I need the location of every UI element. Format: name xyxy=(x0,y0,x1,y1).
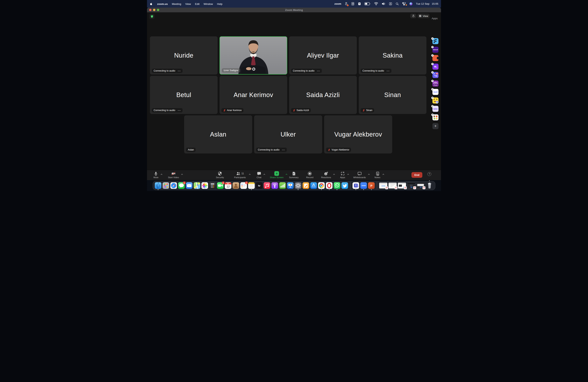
participant-tile-anar-kerimov[interactable]: Anar KerimovAnar Kerimov xyxy=(220,76,287,114)
rail-app-sendsteps-icon[interactable]: + xyxy=(432,38,439,44)
dock-minimized-window-dark[interactable]: O xyxy=(407,183,415,189)
chevron-up-icon[interactable] xyxy=(368,173,370,176)
dock-tv-icon[interactable]: tv xyxy=(256,182,262,189)
menu-item-zoomus[interactable]: zoom.us xyxy=(157,2,168,5)
dock-calendar-icon[interactable]: SEP12 xyxy=(225,182,231,189)
input-source-icon[interactable] xyxy=(389,2,392,6)
record-button[interactable]: Record xyxy=(306,171,313,179)
text-tool-icon[interactable] xyxy=(358,2,361,6)
participant-tile-nuride[interactable]: NurideConnecting to audio··· xyxy=(150,36,218,74)
chevron-up-icon[interactable] xyxy=(285,173,288,176)
wifi-icon[interactable] xyxy=(374,2,378,6)
video-button[interactable]: Start Video xyxy=(168,171,179,179)
chevron-up-icon[interactable] xyxy=(382,173,384,176)
dock-minimized-window-dark2[interactable]: O xyxy=(417,183,425,189)
menu-zoom-label[interactable]: zoom xyxy=(335,2,341,5)
reactions-button[interactable]: Reactions xyxy=(321,171,331,179)
rail-app-ai-companion-icon[interactable]: +AI xyxy=(432,72,439,78)
screen-mirroring-icon[interactable] xyxy=(345,2,348,6)
help-button[interactable]: ? xyxy=(427,172,431,176)
dock-facetime-icon[interactable]: 6 xyxy=(217,182,224,189)
dock-whatsapp-icon[interactable] xyxy=(334,182,340,189)
security-button[interactable]: Security xyxy=(216,171,224,179)
menu-clock[interactable]: Tue 12 Sep15:05 xyxy=(416,2,438,5)
dock-numbers-icon[interactable] xyxy=(279,182,286,189)
add-apps-button[interactable]: + xyxy=(432,123,439,129)
participant-label[interactable]: Saida Azizli xyxy=(291,108,311,112)
chevron-up-icon[interactable] xyxy=(347,173,349,176)
dock-launchpad-icon[interactable] xyxy=(163,182,169,189)
participant-label[interactable]: Aslan xyxy=(186,148,196,152)
chat-button[interactable]: Chat xyxy=(257,171,261,179)
dock-minimized-window-light[interactable]: zoomO xyxy=(379,183,387,189)
chevron-up-icon[interactable] xyxy=(181,173,183,176)
rail-app-prezi-icon[interactable]: +Prezi xyxy=(432,81,439,86)
dock-powerpoint-icon[interactable]: P xyxy=(368,182,375,189)
dock-contacts-icon[interactable] xyxy=(232,182,239,189)
notes-button[interactable]: Notes xyxy=(375,171,380,179)
participant-label[interactable]: Connecting to audio··· xyxy=(291,69,322,73)
dock-keynote-icon[interactable] xyxy=(287,182,294,189)
dock-calculator-icon[interactable] xyxy=(209,182,216,189)
rail-app-welo-icon[interactable]: + xyxy=(432,114,439,120)
chevron-up-icon[interactable] xyxy=(160,173,163,176)
end-meeting-button[interactable]: End xyxy=(411,172,422,178)
dock-settings-icon[interactable] xyxy=(295,182,301,189)
participant-label[interactable]: Connecting to audio··· xyxy=(256,148,287,152)
participant-tile-aslan[interactable]: AslanAslan xyxy=(184,115,252,153)
siri-icon[interactable] xyxy=(409,2,413,6)
dock-minimized-window-light2[interactable]: O xyxy=(388,183,397,189)
participant-tile-saida-azizli[interactable]: Saida AzizliSaida Azizli xyxy=(289,76,357,114)
share-button[interactable]: Share Screen xyxy=(270,171,284,179)
participant-tile-betul[interactable]: BetulConnecting to audio··· xyxy=(150,76,218,114)
tile-more-options-icon[interactable]: ··· xyxy=(317,69,320,72)
chevron-up-icon[interactable] xyxy=(249,173,251,176)
dock-music-icon[interactable] xyxy=(264,182,270,189)
chevron-up-icon[interactable] xyxy=(263,173,265,176)
participant-tile-izmir-sadigov[interactable]: Izmir Sadigov xyxy=(220,36,287,74)
dock-photos-icon[interactable] xyxy=(201,182,208,189)
dock-appstore-icon[interactable] xyxy=(310,182,317,189)
menu-item-view[interactable]: View xyxy=(185,2,191,5)
participant-tile-sakina[interactable]: SakinaConnecting to audio··· xyxy=(359,36,426,74)
menu-item-meeting[interactable]: Meeting xyxy=(172,2,181,5)
rail-app-funtivity-icon[interactable]: + xyxy=(432,97,439,104)
dock-safari-icon[interactable] xyxy=(170,182,177,189)
participant-label[interactable]: Vugar Alekberov xyxy=(326,148,351,152)
apple-menu-icon[interactable] xyxy=(150,2,153,6)
dock-pages-icon[interactable] xyxy=(303,182,309,189)
rail-app-sesh-icon[interactable]: +Sesh xyxy=(432,89,439,95)
chevron-up-icon[interactable] xyxy=(333,173,335,176)
participants-button[interactable]: 11Participants xyxy=(234,171,246,179)
menu-item-help[interactable]: Help xyxy=(217,2,222,5)
dock-notes-app-icon[interactable] xyxy=(248,182,255,189)
summary-button[interactable]: Summary xyxy=(289,171,298,179)
spotlight-search-icon[interactable] xyxy=(396,2,399,6)
participant-label[interactable]: Connecting to audio··· xyxy=(152,69,183,73)
dock-chrome-icon[interactable] xyxy=(318,182,325,189)
rail-app-wooclap-icon[interactable]: +W, xyxy=(432,64,439,70)
dock-maps-icon[interactable] xyxy=(194,182,200,189)
participant-label[interactable]: Sinan xyxy=(361,108,374,112)
participant-tile-sinan[interactable]: SinanSinan xyxy=(359,76,426,114)
menu-item-window[interactable]: Window xyxy=(204,2,213,5)
dock-opera-icon[interactable] xyxy=(326,182,333,189)
keyboard-grid-icon[interactable] xyxy=(351,2,355,6)
participant-label[interactable]: Anar Kerimov xyxy=(221,108,243,112)
rail-app-kahoot-icon[interactable]: +Kahoot! xyxy=(432,47,439,53)
tile-more-options-icon[interactable]: ··· xyxy=(178,69,181,72)
apps-button[interactable]: Apps xyxy=(340,171,345,179)
menu-item-edit[interactable]: Edit xyxy=(195,2,200,5)
dock-trash-icon[interactable] xyxy=(426,182,433,189)
tile-more-options-icon[interactable]: ··· xyxy=(178,109,181,112)
tile-more-options-icon[interactable]: ··· xyxy=(387,69,390,72)
participant-tile-aliyev-ilgar[interactable]: Aliyev IlgarConnecting to audio··· xyxy=(289,36,357,74)
participant-label[interactable]: Connecting to audio··· xyxy=(361,69,391,73)
dock-messages-icon[interactable]: 1 xyxy=(178,182,185,189)
participant-tile-ulker[interactable]: UlkerConnecting to audio··· xyxy=(254,115,322,153)
participant-label[interactable]: Connecting to audio··· xyxy=(152,108,183,112)
dock-zoom-app-icon[interactable]: zoom xyxy=(360,182,367,189)
dock-teams-icon[interactable]: T xyxy=(353,182,359,189)
dock-mail-icon[interactable] xyxy=(186,182,192,189)
dock-finder-icon[interactable] xyxy=(155,182,161,189)
